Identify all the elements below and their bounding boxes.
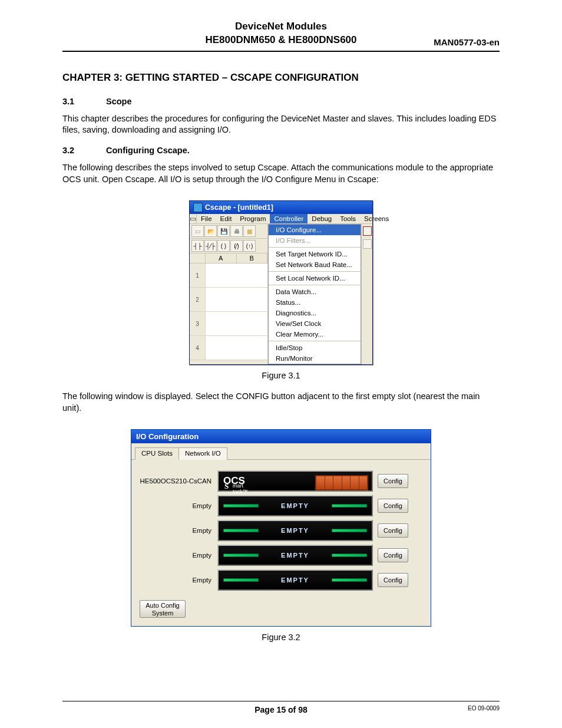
menu-item-set-network-baud-rate[interactable]: Set Network Baud Rate...: [269, 259, 361, 270]
section-3-2-text: Configuring Cscape.: [106, 146, 190, 155]
ladder-row-body[interactable]: [206, 288, 267, 311]
right-tool-icon-1[interactable]: [363, 226, 372, 236]
controller-menu-dropdown: I/O Configure...I/O Filters...Set Target…: [268, 224, 361, 364]
section-3-2-num: 3.2: [62, 146, 104, 155]
slot-row: HE500OCS210-CsCANOCSSmart tack™Config: [140, 470, 422, 492]
ladder-row-body[interactable]: [206, 336, 267, 360]
ladder-row[interactable]: 3: [190, 312, 267, 336]
figure-3-1: Cscape - [untitled1] ▭ FileEditProgramCo…: [62, 200, 500, 365]
menu-tools[interactable]: Tools: [336, 214, 360, 223]
menu-item-view-set-clock[interactable]: View/Set Clock: [269, 318, 361, 329]
print-icon[interactable]: 🖶: [230, 225, 243, 237]
io-config-window: I/O Configuration CPU Slots Network I/O …: [131, 429, 431, 627]
io-config-titlebar[interactable]: I/O Configuration: [131, 430, 431, 443]
ladder-row-number: 1: [190, 263, 206, 287]
document-header: DeviceNet Modules HE800DNM650 & HE800DNS…: [62, 20, 500, 52]
section-3-1-num: 3.1: [62, 97, 104, 106]
menu-item-run-monitor[interactable]: Run/Monitor: [269, 353, 361, 364]
cscape-menubar: ▭ FileEditProgramControllerDebugToolsScr…: [190, 214, 372, 224]
coil-set-icon[interactable]: (↑): [243, 240, 256, 252]
menu-item-i-o-configure[interactable]: I/O Configure...: [269, 225, 361, 235]
section-3-2-body: The following describes the steps involv…: [62, 162, 500, 185]
ladder-row-number: 4: [190, 336, 206, 360]
coil-neg-icon[interactable]: (∕): [230, 240, 243, 252]
figure-3-2-caption: Figure 3.2: [62, 633, 500, 642]
menu-item-set-target-network-id[interactable]: Set Target Network ID...: [269, 249, 361, 259]
slot-row: EmptyEMPTYConfig: [140, 545, 422, 566]
coil-icon[interactable]: ( ): [217, 240, 230, 252]
slot-label: Empty: [140, 577, 213, 584]
menu-separator: [269, 341, 361, 341]
auto-config-system-button[interactable]: Auto Config System: [140, 600, 186, 618]
menu-item-set-local-network-id[interactable]: Set Local Network ID...: [269, 273, 361, 284]
smartstack-s-icon: S: [224, 482, 229, 491]
section-3-1-body: This chapter describes the procedures fo…: [62, 113, 500, 136]
cscape-app-icon: [193, 203, 203, 212]
menu-debug[interactable]: Debug: [308, 214, 336, 223]
ladder-col-b: B: [237, 253, 268, 263]
tab-cpu-slots[interactable]: CPU Slots: [135, 447, 179, 460]
config-button[interactable]: Config: [378, 548, 408, 562]
cscape-title-text: Cscape - [untitled1]: [205, 203, 273, 212]
slot-label: Empty: [140, 527, 213, 534]
section-3-1-title: 3.1 Scope: [62, 97, 500, 106]
ladder-row-number: 2: [190, 288, 206, 311]
right-tool-icon-2[interactable]: [363, 239, 372, 249]
config-button[interactable]: Config: [378, 573, 408, 587]
ladder-row-body[interactable]: [206, 263, 267, 287]
ladder-col-blank: [190, 253, 206, 263]
menu-file[interactable]: File: [197, 214, 216, 223]
menu-item-diagnostics[interactable]: Diagnostics...: [269, 308, 361, 318]
contact-no-icon[interactable]: ┤├: [191, 240, 204, 252]
menu-program[interactable]: Program: [236, 214, 270, 223]
section-3-2-title: 3.2 Configuring Cscape.: [62, 146, 500, 155]
new-file-icon[interactable]: ▭: [191, 225, 204, 237]
figure-3-1-caption: Figure 3.1: [62, 371, 500, 380]
menu-edit[interactable]: Edit: [216, 214, 236, 223]
panel-icon[interactable]: ▦: [243, 225, 256, 237]
slot-label: HE500OCS210-CsCAN: [140, 477, 213, 485]
ladder-row[interactable]: 4: [190, 336, 267, 360]
menu-item-clear-memory[interactable]: Clear Memory...: [269, 329, 361, 340]
document-footer: Page 15 of 98 EO 09-0009: [62, 701, 500, 714]
slot-row: EmptyEMPTYConfig: [140, 569, 422, 591]
ladder-row-number: 3: [190, 312, 206, 335]
io-config-tabs: CPU Slots Network I/O: [131, 443, 431, 460]
ladder-editor[interactable]: 1234: [190, 263, 267, 360]
menu-separator: [269, 271, 361, 272]
chapter-title: CHAPTER 3: GETTING STARTED – CSCAPE CONF…: [62, 72, 500, 84]
standard-toolbar: ▭ 📂 💾 🖶 ▦: [190, 224, 267, 239]
cscape-window: Cscape - [untitled1] ▭ FileEditProgramCo…: [189, 200, 373, 365]
menu-item-idle-stop[interactable]: Idle/Stop: [269, 342, 361, 353]
menu-separator: [269, 285, 361, 285]
smartstack-subtext: mart tack™: [233, 483, 248, 495]
slot-row: EmptyEMPTYConfig: [140, 495, 422, 516]
ladder-row-body[interactable]: [206, 312, 267, 335]
ladder-row[interactable]: 2: [190, 288, 267, 312]
config-button[interactable]: Config: [378, 523, 408, 538]
slot-module-empty: EMPTY: [217, 520, 373, 541]
open-file-icon[interactable]: 📂: [204, 225, 217, 237]
menu-screens[interactable]: Screens: [360, 214, 393, 223]
page-number: Page 15 of 98: [62, 705, 500, 714]
cscape-titlebar[interactable]: Cscape - [untitled1]: [190, 201, 372, 214]
tab-network-io[interactable]: Network I/O: [178, 447, 227, 460]
ocs-display-panel: [315, 475, 368, 490]
contact-nc-icon[interactable]: ┤∕├: [204, 240, 217, 252]
slot-row: EmptyEMPTYConfig: [140, 520, 422, 541]
menu-item-data-watch[interactable]: Data Watch...: [269, 286, 361, 297]
slot-module-ocs: OCSSmart tack™: [217, 470, 373, 492]
slot-module-empty: EMPTY: [217, 545, 373, 566]
slot-label: Empty: [140, 502, 213, 509]
ladder-toolbar: ┤├ ┤∕├ ( ) (∕) (↑): [190, 239, 267, 253]
doc-title-line1: DeviceNet Modules: [62, 20, 500, 34]
ladder-row[interactable]: 1: [190, 263, 267, 288]
slot-module-empty: EMPTY: [217, 495, 373, 516]
config-button[interactable]: Config: [378, 499, 408, 513]
eo-number: EO 09-0009: [468, 705, 500, 711]
menu-controller[interactable]: Controller: [270, 214, 308, 223]
menu-item-status[interactable]: Status...: [269, 297, 361, 308]
save-file-icon[interactable]: 💾: [217, 225, 230, 237]
mdi-icon[interactable]: ▭: [190, 214, 197, 223]
config-button[interactable]: Config: [378, 474, 408, 488]
